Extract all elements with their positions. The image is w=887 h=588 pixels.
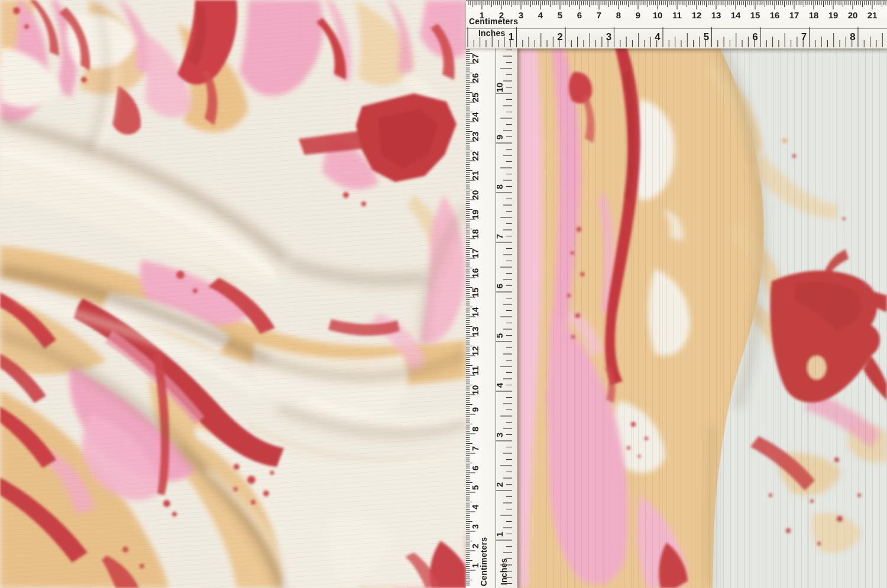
ruler-number: 1 xyxy=(470,563,480,568)
ruler-number: 13 xyxy=(470,327,480,337)
ruler-number: 2 xyxy=(494,482,504,487)
ruler-number: 6 xyxy=(494,284,504,288)
ruler-number: 8 xyxy=(850,31,855,43)
ruler-number: 20 xyxy=(848,10,858,20)
ruler-number: 5 xyxy=(558,10,562,20)
ruler-number: 5 xyxy=(470,485,480,490)
ruler-number: 3 xyxy=(470,524,480,529)
ruler-number: 12 xyxy=(692,10,702,20)
ruler-number: 1 xyxy=(509,31,514,43)
ruler-number: 21 xyxy=(470,171,480,181)
ruler-number: 17 xyxy=(789,10,799,20)
ruler-number: 21 xyxy=(867,10,878,20)
ruler-number: 17 xyxy=(470,249,480,259)
ruler-number: 8 xyxy=(470,427,480,431)
ruler-number: 24 xyxy=(470,112,480,122)
ruler-number: 1 xyxy=(494,532,504,537)
ruler-number: 19 xyxy=(828,10,839,20)
flat-fabric-art xyxy=(517,47,887,588)
ruler-number: 18 xyxy=(470,229,480,239)
top-ruler-scale: 1234567891011121314151617181920211234567… xyxy=(466,1,887,48)
ruler-number: 4 xyxy=(494,382,504,388)
ruler-number: 18 xyxy=(809,10,819,20)
ruler-number: 11 xyxy=(470,366,480,375)
fabric-draped-view xyxy=(0,0,466,588)
ruler-number: 9 xyxy=(494,135,504,139)
ruler-number: 8 xyxy=(494,184,504,189)
side-ruler-scale: 1234567891011121314151617181920212223242… xyxy=(466,47,517,588)
fabric-listing-photo: Centimeters Inches 123456789101112131415… xyxy=(0,0,887,588)
ruler-number: 4 xyxy=(655,31,661,43)
ruler-number: 2 xyxy=(557,31,562,43)
ruler-number: 14 xyxy=(731,10,741,20)
ruler-number: 12 xyxy=(470,346,480,356)
ruler-number: 5 xyxy=(494,333,504,338)
ruler-number: 7 xyxy=(494,234,504,239)
ruler-number: 3 xyxy=(494,433,504,437)
ruler-number: 22 xyxy=(470,151,480,161)
ruler-number: 10 xyxy=(494,83,504,93)
ruler-number: 6 xyxy=(752,31,757,43)
ruler-number: 6 xyxy=(577,10,582,20)
ruler-number: 23 xyxy=(470,132,480,142)
ruler-number: 7 xyxy=(801,31,807,43)
top-ruler: Centimeters Inches 123456789101112131415… xyxy=(466,0,887,48)
ruler-number: 15 xyxy=(750,10,760,20)
ruler-number: 7 xyxy=(470,446,480,451)
ruler-number: 3 xyxy=(519,10,523,20)
ruler-number: 6 xyxy=(470,466,480,470)
ruler-number: 20 xyxy=(470,190,480,200)
ruler-number: 1 xyxy=(480,10,484,20)
ruler-number: 11 xyxy=(672,10,682,20)
ruler-number: 7 xyxy=(597,10,601,20)
ruler-number: 4 xyxy=(470,504,480,509)
ruler-number: 16 xyxy=(770,10,780,20)
ruler-number: 25 xyxy=(470,93,480,103)
ruler-number: 8 xyxy=(616,10,621,20)
ruler-number: 16 xyxy=(470,268,480,278)
ruler-number: 5 xyxy=(704,31,709,43)
ruler-number: 10 xyxy=(653,10,663,20)
ruler-number: 3 xyxy=(606,31,611,43)
ruler-number: 14 xyxy=(470,307,480,317)
side-ruler: Centimeters Inches 123456789101112131415… xyxy=(466,47,517,588)
ruler-number: 26 xyxy=(470,73,480,83)
ruler-number: 13 xyxy=(711,10,721,20)
ruler-number: 4 xyxy=(538,10,543,20)
ruler-number: 27 xyxy=(470,54,480,64)
ruler-number: 2 xyxy=(499,10,504,20)
ruler-number: 9 xyxy=(470,407,480,412)
ruler-number: 15 xyxy=(470,288,480,298)
ruler-number: 10 xyxy=(470,385,480,395)
fabric-flat-view xyxy=(517,47,887,588)
ruler-number: 9 xyxy=(636,10,640,20)
draped-fabric-art xyxy=(0,0,466,588)
ruler-number: 19 xyxy=(470,210,480,220)
ruler-number: 2 xyxy=(470,544,480,548)
